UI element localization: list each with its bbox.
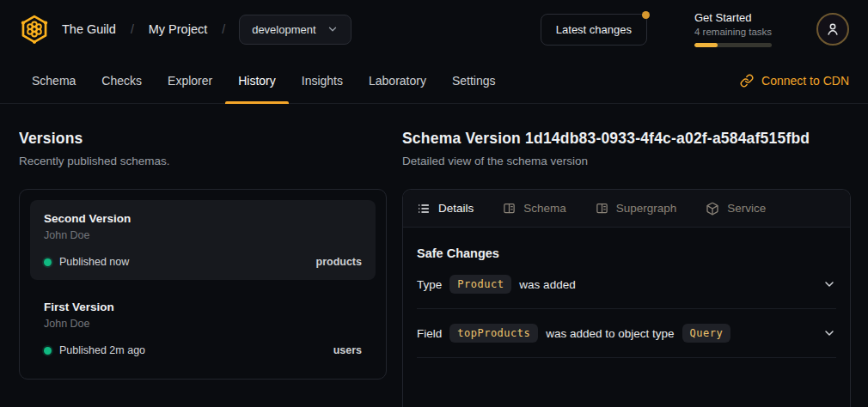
tab-schema[interactable]: Schema	[19, 58, 89, 103]
version-status: Published 2m ago	[44, 344, 145, 356]
latest-changes-button[interactable]: Latest changes	[541, 14, 647, 46]
user-avatar[interactable]	[816, 13, 849, 46]
cube-icon	[706, 202, 719, 216]
detail-tab-schema[interactable]: Schema	[503, 202, 566, 215]
primary-nav: Schema Checks Explorer History Insights …	[0, 58, 868, 104]
get-started-widget[interactable]: Get Started 4 remaining tasks	[694, 11, 777, 47]
get-started-title: Get Started	[694, 11, 777, 24]
chevron-down-icon[interactable]	[822, 277, 836, 291]
versions-list: Second Version John Doe Published now pr…	[19, 189, 387, 380]
detail-tab-supergraph[interactable]: Supergraph	[596, 202, 677, 215]
latest-changes-label: Latest changes	[556, 23, 632, 36]
breadcrumb-project[interactable]: My Project	[149, 22, 208, 36]
columns-icon	[596, 202, 608, 215]
version-status: Published now	[44, 256, 129, 268]
tab-insights[interactable]: Insights	[289, 58, 356, 103]
detail-column: Schema Version 1d14db83-0933-4f4c-a02f-a…	[402, 130, 851, 407]
breadcrumb-separator: /	[131, 22, 134, 36]
version-meta: Published now products	[44, 256, 362, 268]
published-dot-icon	[44, 258, 52, 266]
version-author: John Doe	[44, 229, 362, 241]
detail-tab-details[interactable]: Details	[417, 202, 474, 216]
code-badge: Product	[449, 275, 511, 294]
guild-logo-icon[interactable]	[19, 14, 50, 45]
change-suffix: was added to object type	[546, 327, 674, 340]
change-row-field-added[interactable]: Field topProducts was added to object ty…	[417, 309, 836, 358]
versions-column: Versions Recently published schemas. Sec…	[19, 130, 387, 407]
version-status-label: Published now	[59, 256, 129, 268]
breadcrumb-separator: /	[222, 22, 225, 36]
chevron-down-icon[interactable]	[822, 326, 836, 340]
target-selector-value: development	[252, 23, 315, 36]
detail-body: Safe Changes Type Product was added Fiel…	[403, 246, 850, 358]
version-service: users	[333, 344, 362, 356]
version-title: First Version	[44, 301, 362, 313]
tab-laboratory[interactable]: Laboratory	[356, 58, 439, 103]
detail-tab-service[interactable]: Service	[706, 202, 766, 216]
published-dot-icon	[44, 347, 52, 355]
link-icon	[740, 74, 754, 88]
safe-changes-title: Safe Changes	[417, 246, 836, 260]
person-icon	[825, 21, 840, 37]
version-service: products	[316, 256, 362, 268]
version-meta: Published 2m ago users	[44, 344, 362, 356]
detail-tab-label: Details	[438, 202, 474, 215]
main-content: Versions Recently published schemas. Sec…	[0, 104, 868, 407]
chevron-down-icon	[327, 23, 339, 35]
breadcrumb-org[interactable]: The Guild	[62, 22, 116, 36]
version-card-first[interactable]: First Version John Doe Published 2m ago …	[30, 289, 376, 368]
change-prefix: Field	[417, 327, 442, 340]
change-description: Type Product was added	[417, 275, 576, 294]
versions-title: Versions	[19, 130, 387, 148]
get-started-progressbar	[694, 43, 772, 47]
version-status-label: Published 2m ago	[59, 344, 145, 356]
list-icon	[417, 202, 431, 216]
app-header: The Guild / My Project / development Lat…	[0, 0, 868, 58]
breadcrumb: The Guild / My Project /	[62, 22, 225, 36]
change-suffix: was added	[519, 278, 575, 291]
target-selector[interactable]: development	[239, 15, 351, 45]
get-started-subtitle: 4 remaining tasks	[694, 27, 777, 37]
header-right: Latest changes Get Started 4 remaining t…	[541, 11, 849, 47]
detail-tab-label: Supergraph	[616, 202, 677, 215]
versions-subtitle: Recently published schemas.	[19, 155, 387, 167]
get-started-progress-fill	[694, 43, 718, 47]
detail-tab-label: Schema	[523, 202, 566, 215]
tab-history[interactable]: History	[225, 58, 289, 103]
version-card-second[interactable]: Second Version John Doe Published now pr…	[30, 200, 376, 280]
change-description: Field topProducts was added to object ty…	[417, 324, 730, 343]
version-title: Second Version	[44, 212, 362, 225]
detail-tabs: Details Schema	[403, 190, 850, 228]
detail-subtitle: Detailed view of the schema version	[402, 155, 851, 167]
detail-tab-label: Service	[727, 202, 766, 215]
notification-dot	[642, 11, 650, 19]
change-row-type-added[interactable]: Type Product was added	[417, 260, 836, 309]
code-badge: topProducts	[449, 324, 538, 343]
tab-settings[interactable]: Settings	[439, 58, 509, 103]
code-badge: Query	[682, 324, 731, 343]
columns-icon	[503, 202, 516, 215]
connect-to-cdn-link[interactable]: Connect to CDN	[740, 58, 849, 103]
change-prefix: Type	[417, 278, 442, 291]
tab-explorer[interactable]: Explorer	[155, 58, 225, 103]
connect-to-cdn-label: Connect to CDN	[761, 74, 849, 88]
detail-title: Schema Version 1d14db83-0933-4f4c-a02f-a…	[402, 130, 851, 148]
detail-panel: Details Schema	[402, 189, 851, 407]
version-author: John Doe	[44, 318, 362, 330]
tab-checks[interactable]: Checks	[89, 58, 155, 103]
